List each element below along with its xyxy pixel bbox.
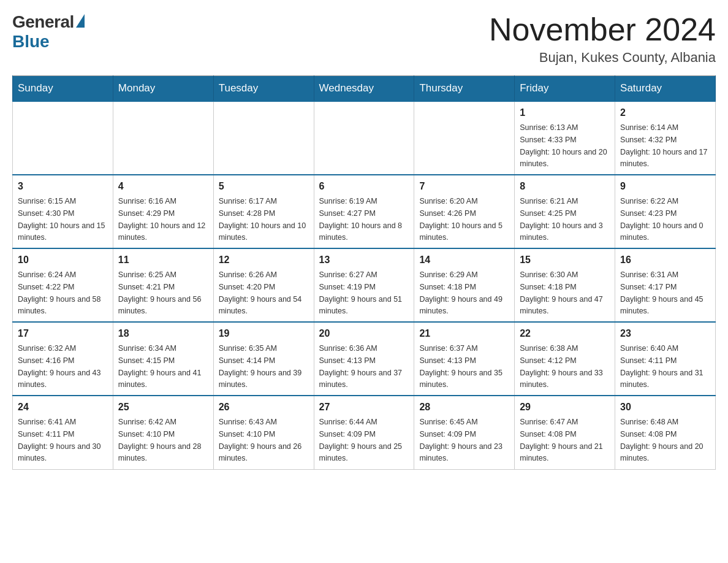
calendar-cell: 16Sunrise: 6:31 AMSunset: 4:17 PMDayligh… bbox=[615, 248, 716, 322]
day-number: 19 bbox=[219, 326, 309, 341]
calendar-cell: 27Sunrise: 6:44 AMSunset: 4:09 PMDayligh… bbox=[314, 396, 414, 469]
day-number: 8 bbox=[520, 179, 610, 194]
day-number: 29 bbox=[520, 400, 610, 415]
day-info: Sunrise: 6:24 AMSunset: 4:22 PMDaylight:… bbox=[18, 270, 101, 315]
weekday-header-row: SundayMondayTuesdayWednesdayThursdayFrid… bbox=[13, 76, 716, 102]
day-info: Sunrise: 6:30 AMSunset: 4:18 PMDaylight:… bbox=[520, 270, 603, 315]
logo-blue-text: Blue bbox=[12, 32, 85, 52]
day-number: 5 bbox=[219, 179, 309, 194]
day-info: Sunrise: 6:16 AMSunset: 4:29 PMDaylight:… bbox=[118, 197, 205, 242]
calendar-cell: 10Sunrise: 6:24 AMSunset: 4:22 PMDayligh… bbox=[13, 248, 113, 322]
calendar-cell: 1Sunrise: 6:13 AMSunset: 4:33 PMDaylight… bbox=[515, 101, 615, 175]
weekday-header-sunday: Sunday bbox=[13, 76, 113, 102]
day-number: 11 bbox=[118, 253, 208, 267]
calendar-cell: 22Sunrise: 6:38 AMSunset: 4:12 PMDayligh… bbox=[515, 322, 615, 396]
day-number: 14 bbox=[419, 253, 509, 267]
day-number: 4 bbox=[118, 179, 208, 194]
page-subtitle: Bujan, Kukes County, Albania bbox=[489, 50, 716, 66]
logo-triangle-icon bbox=[76, 14, 85, 28]
day-info: Sunrise: 6:32 AMSunset: 4:16 PMDaylight:… bbox=[18, 344, 101, 389]
calendar-cell: 4Sunrise: 6:16 AMSunset: 4:29 PMDaylight… bbox=[113, 175, 213, 248]
calendar-cell: 14Sunrise: 6:29 AMSunset: 4:18 PMDayligh… bbox=[414, 248, 515, 322]
calendar-cell bbox=[314, 101, 414, 175]
day-number: 12 bbox=[219, 253, 309, 267]
day-number: 6 bbox=[319, 179, 409, 194]
day-number: 3 bbox=[18, 179, 108, 194]
weekday-header-tuesday: Tuesday bbox=[213, 76, 314, 102]
calendar-cell bbox=[414, 101, 515, 175]
day-number: 26 bbox=[219, 400, 309, 415]
day-info: Sunrise: 6:40 AMSunset: 4:11 PMDaylight:… bbox=[620, 344, 703, 389]
week-row-5: 24Sunrise: 6:41 AMSunset: 4:11 PMDayligh… bbox=[13, 396, 716, 469]
day-number: 23 bbox=[620, 326, 710, 341]
calendar-cell bbox=[13, 101, 113, 175]
calendar-cell: 7Sunrise: 6:20 AMSunset: 4:26 PMDaylight… bbox=[414, 175, 515, 248]
day-number: 17 bbox=[18, 326, 108, 341]
weekday-header-monday: Monday bbox=[113, 76, 213, 102]
day-number: 25 bbox=[118, 400, 208, 415]
day-info: Sunrise: 6:14 AMSunset: 4:32 PMDaylight:… bbox=[620, 123, 707, 168]
week-row-4: 17Sunrise: 6:32 AMSunset: 4:16 PMDayligh… bbox=[13, 322, 716, 396]
day-info: Sunrise: 6:29 AMSunset: 4:18 PMDaylight:… bbox=[419, 270, 502, 315]
calendar-cell: 5Sunrise: 6:17 AMSunset: 4:28 PMDaylight… bbox=[213, 175, 314, 248]
day-info: Sunrise: 6:13 AMSunset: 4:33 PMDaylight:… bbox=[520, 123, 607, 168]
calendar-cell: 30Sunrise: 6:48 AMSunset: 4:08 PMDayligh… bbox=[615, 396, 716, 469]
calendar-cell: 23Sunrise: 6:40 AMSunset: 4:11 PMDayligh… bbox=[615, 322, 716, 396]
day-number: 9 bbox=[620, 179, 710, 194]
weekday-header-wednesday: Wednesday bbox=[314, 76, 414, 102]
weekday-header-friday: Friday bbox=[515, 76, 615, 102]
calendar-cell: 9Sunrise: 6:22 AMSunset: 4:23 PMDaylight… bbox=[615, 175, 716, 248]
calendar-cell: 17Sunrise: 6:32 AMSunset: 4:16 PMDayligh… bbox=[13, 322, 113, 396]
day-info: Sunrise: 6:38 AMSunset: 4:12 PMDaylight:… bbox=[520, 344, 603, 389]
calendar-cell: 11Sunrise: 6:25 AMSunset: 4:21 PMDayligh… bbox=[113, 248, 213, 322]
day-info: Sunrise: 6:31 AMSunset: 4:17 PMDaylight:… bbox=[620, 270, 703, 315]
calendar-cell: 3Sunrise: 6:15 AMSunset: 4:30 PMDaylight… bbox=[13, 175, 113, 248]
day-number: 2 bbox=[620, 105, 710, 120]
day-number: 16 bbox=[620, 253, 710, 267]
day-info: Sunrise: 6:41 AMSunset: 4:11 PMDaylight:… bbox=[18, 418, 101, 462]
day-info: Sunrise: 6:48 AMSunset: 4:08 PMDaylight:… bbox=[620, 418, 703, 462]
day-info: Sunrise: 6:34 AMSunset: 4:15 PMDaylight:… bbox=[118, 344, 202, 389]
day-info: Sunrise: 6:17 AMSunset: 4:28 PMDaylight:… bbox=[219, 197, 306, 242]
logo: General Blue bbox=[12, 12, 85, 52]
calendar-cell: 8Sunrise: 6:21 AMSunset: 4:25 PMDaylight… bbox=[515, 175, 615, 248]
calendar-cell bbox=[213, 101, 314, 175]
day-info: Sunrise: 6:35 AMSunset: 4:14 PMDaylight:… bbox=[219, 344, 302, 389]
logo-general-text: General bbox=[12, 12, 74, 32]
day-number: 7 bbox=[419, 179, 509, 194]
day-number: 30 bbox=[620, 400, 710, 415]
calendar-cell: 6Sunrise: 6:19 AMSunset: 4:27 PMDaylight… bbox=[314, 175, 414, 248]
weekday-header-thursday: Thursday bbox=[414, 76, 515, 102]
calendar-cell: 19Sunrise: 6:35 AMSunset: 4:14 PMDayligh… bbox=[213, 322, 314, 396]
calendar-cell: 28Sunrise: 6:45 AMSunset: 4:09 PMDayligh… bbox=[414, 396, 515, 469]
calendar-cell: 12Sunrise: 6:26 AMSunset: 4:20 PMDayligh… bbox=[213, 248, 314, 322]
calendar-cell: 18Sunrise: 6:34 AMSunset: 4:15 PMDayligh… bbox=[113, 322, 213, 396]
day-info: Sunrise: 6:43 AMSunset: 4:10 PMDaylight:… bbox=[219, 418, 302, 462]
calendar-cell bbox=[113, 101, 213, 175]
weekday-header-saturday: Saturday bbox=[615, 76, 716, 102]
day-info: Sunrise: 6:22 AMSunset: 4:23 PMDaylight:… bbox=[620, 197, 703, 242]
day-info: Sunrise: 6:42 AMSunset: 4:10 PMDaylight:… bbox=[118, 418, 202, 462]
calendar-cell: 26Sunrise: 6:43 AMSunset: 4:10 PMDayligh… bbox=[213, 396, 314, 469]
day-info: Sunrise: 6:21 AMSunset: 4:25 PMDaylight:… bbox=[520, 197, 603, 242]
day-info: Sunrise: 6:37 AMSunset: 4:13 PMDaylight:… bbox=[419, 344, 502, 389]
day-info: Sunrise: 6:36 AMSunset: 4:13 PMDaylight:… bbox=[319, 344, 403, 389]
calendar-cell: 24Sunrise: 6:41 AMSunset: 4:11 PMDayligh… bbox=[13, 396, 113, 469]
calendar-cell: 29Sunrise: 6:47 AMSunset: 4:08 PMDayligh… bbox=[515, 396, 615, 469]
calendar-cell: 21Sunrise: 6:37 AMSunset: 4:13 PMDayligh… bbox=[414, 322, 515, 396]
day-number: 13 bbox=[319, 253, 409, 267]
calendar-cell: 20Sunrise: 6:36 AMSunset: 4:13 PMDayligh… bbox=[314, 322, 414, 396]
week-row-1: 1Sunrise: 6:13 AMSunset: 4:33 PMDaylight… bbox=[13, 101, 716, 175]
day-info: Sunrise: 6:47 AMSunset: 4:08 PMDaylight:… bbox=[520, 418, 603, 462]
day-info: Sunrise: 6:20 AMSunset: 4:26 PMDaylight:… bbox=[419, 197, 502, 242]
week-row-2: 3Sunrise: 6:15 AMSunset: 4:30 PMDaylight… bbox=[13, 175, 716, 248]
day-number: 1 bbox=[520, 105, 610, 120]
day-number: 21 bbox=[419, 326, 509, 341]
day-info: Sunrise: 6:45 AMSunset: 4:09 PMDaylight:… bbox=[419, 418, 502, 462]
day-number: 20 bbox=[319, 326, 409, 341]
day-info: Sunrise: 6:44 AMSunset: 4:09 PMDaylight:… bbox=[319, 418, 403, 462]
day-info: Sunrise: 6:26 AMSunset: 4:20 PMDaylight:… bbox=[219, 270, 302, 315]
day-number: 10 bbox=[18, 253, 108, 267]
day-number: 18 bbox=[118, 326, 208, 341]
day-number: 28 bbox=[419, 400, 509, 415]
